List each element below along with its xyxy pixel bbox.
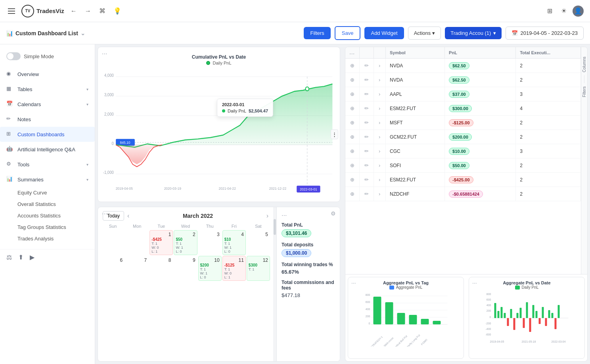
row-edit-btn[interactable]: ✏ xyxy=(364,147,370,155)
row-edit-btn[interactable]: ✏ xyxy=(364,105,370,112)
svg-rect-38 xyxy=(433,321,441,324)
row-expand-btn[interactable]: › xyxy=(378,62,381,69)
svg-text:STRATEGY-1: STRATEGY-1 xyxy=(370,335,383,347)
sidebar-item-custom-dashboards[interactable]: ⊞ Custom Dashboards xyxy=(0,127,95,142)
sidebar-item-notes[interactable]: ✏ Notes xyxy=(0,112,95,127)
row-expand-btn[interactable]: › xyxy=(378,133,381,141)
row-expand-btn[interactable]: › xyxy=(378,119,381,126)
row-target-btn[interactable]: ⊕ xyxy=(349,76,355,84)
day-sun: Sun xyxy=(101,224,125,229)
table-sidebar-labels: Columns Filters xyxy=(581,47,587,274)
row-edit-btn[interactable]: ✏ xyxy=(364,190,370,198)
save-button[interactable]: Save xyxy=(335,26,361,40)
sidebar-item-tools[interactable]: ⚙ Tools ▾ xyxy=(0,157,95,172)
row-expand-btn[interactable]: › xyxy=(378,176,381,183)
date-range-button[interactable]: 📅 2019-04-05 - 2022-03-23 xyxy=(506,27,584,40)
sidebar-item-overview[interactable]: ◉ Overview xyxy=(0,67,95,82)
agg-date-dots[interactable]: ··· xyxy=(472,280,477,286)
row-edit-btn[interactable]: ✏ xyxy=(364,76,370,84)
cal-cell-1[interactable]: 1 -$425 T: 1 W: 0 L: 1 xyxy=(149,230,173,255)
table-scroll-area[interactable]: Symbol PnL Total Executi... ⊕✏›NVDA$62.5… xyxy=(345,47,581,274)
table-widget-dots[interactable]: ··· xyxy=(349,50,354,57)
totals-dots[interactable]: ··· xyxy=(282,212,335,219)
sidebar-item-tables[interactable]: ▦ Tables ▾ xyxy=(0,82,95,97)
row-expand-btn[interactable]: › xyxy=(378,90,381,98)
row-edit-btn[interactable]: ✏ xyxy=(364,62,370,69)
bulb-button[interactable]: 💡 xyxy=(112,6,123,16)
hamburger-button[interactable] xyxy=(6,7,17,15)
user-button[interactable]: 👤 xyxy=(573,6,584,17)
sidebar-item-summaries[interactable]: 📊 Summaries ▾ xyxy=(0,172,95,187)
forward-button[interactable]: → xyxy=(83,6,93,16)
cal-cell-2[interactable]: 2 $50 T: 1 W: 1 L: 0 xyxy=(174,230,197,255)
row-edit-btn[interactable]: ✏ xyxy=(364,162,370,169)
toggle-switch[interactable] xyxy=(6,52,21,60)
filters-sidebar-label[interactable]: Filters xyxy=(582,85,586,99)
bottom-bar-icon2[interactable]: ⬆ xyxy=(18,253,23,261)
cal-meta-l: L: 0 xyxy=(176,250,195,253)
row-expand-btn[interactable]: › xyxy=(378,105,381,112)
sidebar-sub-tag-groups[interactable]: Tag Groups Statistics xyxy=(17,221,95,233)
cal-cell-11[interactable]: 11 -$125 T: 1 W: 0 L: 1 xyxy=(222,256,246,281)
row-symbol: NZDCHF xyxy=(386,187,445,201)
bottom-bar-icon1[interactable]: ⚖ xyxy=(6,253,12,261)
command-button[interactable]: ⌘ xyxy=(98,6,107,16)
sidebar-sub-accounts-stats[interactable]: Accounts Statistics xyxy=(17,210,95,221)
sidebar-sub-equity-curve[interactable]: Equity Curve xyxy=(17,187,95,198)
agg-tag-dots[interactable]: ··· xyxy=(351,280,356,286)
calendar-widget-gear[interactable]: ⚙ xyxy=(331,210,336,217)
svg-rect-53 xyxy=(494,303,496,318)
calendar-widget-dots[interactable]: ··· xyxy=(102,210,107,217)
row-target-btn[interactable]: ⊕ xyxy=(349,105,355,112)
filters-button[interactable]: Filters xyxy=(304,27,330,39)
calendar-month-title: March 2022 xyxy=(132,213,263,219)
sidebar-item-ai-qa[interactable]: 🤖 Artificial Intelligence Q&A xyxy=(0,142,95,157)
row-target-btn[interactable]: ⊕ xyxy=(349,62,355,69)
row-edit-btn[interactable]: ✏ xyxy=(364,176,370,183)
back-button[interactable]: ← xyxy=(69,6,79,16)
row-target-btn[interactable]: ⊕ xyxy=(349,190,355,198)
col-icon3 xyxy=(374,47,386,59)
row-expand-btn[interactable]: › xyxy=(378,162,381,169)
row-expand-btn[interactable]: › xyxy=(378,190,381,198)
chart-widget-dots[interactable]: ··· xyxy=(102,50,107,57)
row-target-btn[interactable]: ⊕ xyxy=(349,90,355,98)
columns-sidebar-label[interactable]: Columns xyxy=(582,55,586,74)
sidebar-sub-overall-stats[interactable]: Overall Statistics xyxy=(17,198,95,210)
row-expand-btn[interactable]: › xyxy=(378,76,381,84)
account-button[interactable]: Trading Accou (1) ▾ xyxy=(445,27,502,39)
sidebar-sub-trades-analysis[interactable]: Trades Analysis xyxy=(17,233,95,244)
sidebar-item-calendars[interactable]: 📅 Calendars ▾ xyxy=(0,97,95,112)
bottom-bar-icon3[interactable]: ▶ xyxy=(30,253,34,261)
chart-scroll-btn[interactable]: ⋮ xyxy=(331,129,338,139)
table-row: ⊕✏›ESM22.FUT$300.004 xyxy=(345,101,581,116)
row-target-btn[interactable]: ⊕ xyxy=(349,133,355,141)
calendar-days-header: Sun Mon Tue Wed Thu Fri Sat xyxy=(101,222,270,230)
row-edit-btn[interactable]: ✏ xyxy=(364,90,370,98)
cal-cell-10[interactable]: 10 $200 T: 1 W: 1 L: 0 xyxy=(198,256,222,281)
row-target-btn[interactable]: ⊕ xyxy=(349,162,355,169)
row-target-btn[interactable]: ⊕ xyxy=(349,176,355,183)
row-edit-btn[interactable]: ✏ xyxy=(364,119,370,126)
row-expand-btn[interactable]: › xyxy=(378,147,381,155)
cal-cell-4[interactable]: 4 $10 T: 1 W: 1 L: 0 xyxy=(222,230,246,255)
row-target-btn[interactable]: ⊕ xyxy=(349,119,355,126)
calendar-scroll-thumb[interactable] xyxy=(274,219,276,235)
cal-prev-btn[interactable]: ‹ xyxy=(127,212,129,219)
svg-point-16 xyxy=(306,87,309,91)
svg-text:SMA-cross: SMA-cross xyxy=(383,336,394,347)
row-edit-btn[interactable]: ✏ xyxy=(364,133,370,141)
cal-cell-12[interactable]: 12 $300 T: 1 xyxy=(247,256,270,281)
col-pnl[interactable]: PnL xyxy=(445,47,516,59)
actions-button[interactable]: Actions ▾ xyxy=(408,27,441,40)
row-target-btn[interactable]: ⊕ xyxy=(349,147,355,155)
simple-mode-toggle[interactable]: Simple Mode xyxy=(0,49,95,67)
commissions-value: $477.18 xyxy=(282,292,335,298)
theme-button[interactable]: ☀ xyxy=(558,6,569,17)
col-executions[interactable]: Total Executi... xyxy=(516,47,581,59)
add-widget-button[interactable]: Add Widget xyxy=(364,27,404,39)
cal-next-btn[interactable]: › xyxy=(266,212,268,219)
calendar-scrollbar[interactable] xyxy=(273,207,276,362)
grid-button[interactable]: ⊞ xyxy=(544,6,555,17)
col-symbol[interactable]: Symbol xyxy=(386,47,445,59)
